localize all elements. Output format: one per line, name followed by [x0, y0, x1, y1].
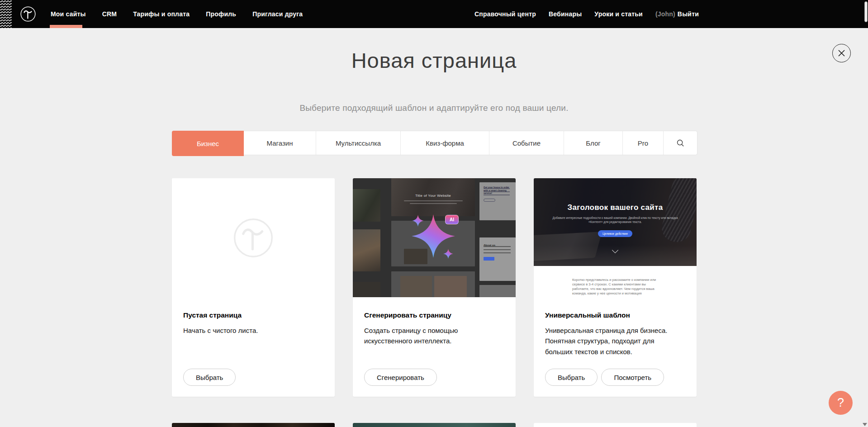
template-thumbnail-partial [172, 423, 335, 427]
nav-item-profile[interactable]: Профиль [206, 10, 236, 18]
card-description: Начать с чистого листа. [183, 325, 321, 336]
hero-title: Заголовок вашего сайта [534, 203, 697, 212]
help-button[interactable]: ? [829, 391, 853, 415]
user-name: (John) [655, 10, 675, 18]
top-navbar: Мои сайты CRM Тарифы и оплата Профиль Пр… [0, 0, 868, 28]
page-subtitle: Выберите подходящий шаблон и адаптируйте… [0, 103, 868, 113]
card-title: Сгенерировать страницу [364, 311, 504, 319]
logout-link[interactable]: Выйти [678, 10, 699, 18]
tab-quiz-form[interactable]: Квиз-форма [401, 131, 489, 155]
blank-page-preview [172, 178, 335, 297]
nav-item-lessons[interactable]: Уроки и статьи [594, 10, 643, 18]
tilda-watermark-icon [232, 217, 275, 259]
generate-button[interactable]: Сгенерировать [364, 369, 437, 386]
view-template-button[interactable]: Посмотреть [601, 369, 664, 386]
template-body-thumbnail: Коротко представьтесь и расскажите о ком… [534, 266, 697, 297]
next-template-row [172, 423, 697, 427]
user-logout: (John) Выйти [655, 10, 699, 18]
card-description: Универсальная страница для бизнеса. Поня… [545, 325, 683, 357]
card-ai-generate: Title of Your Website Get your house in … [353, 178, 516, 397]
ai-generate-preview: Title of Your Website Get your house in … [353, 178, 516, 297]
template-thumbnail-partial [353, 423, 516, 427]
tab-pro[interactable]: Pro [623, 131, 664, 155]
template-thumbnail-partial [534, 423, 697, 427]
template-body-text: Коротко представьтесь и расскажите о ком… [572, 278, 659, 296]
tab-blog[interactable]: Блог [564, 131, 623, 155]
page-title: Новая страница [0, 48, 868, 73]
tab-search[interactable] [664, 131, 697, 155]
card-title: Универсальный шаблон [545, 311, 685, 319]
tab-multilink[interactable]: Мультиссылка [316, 131, 401, 155]
card-universal-template: Заголовок вашего сайта Добавьте интересн… [534, 178, 697, 397]
hero-subtitle: Добавьте интересные подробности о вашей … [546, 216, 684, 224]
tab-event[interactable]: Событие [489, 131, 564, 155]
navbar-secondary-menu: Справочный центр Вебинары Уроки и статьи… [474, 0, 699, 28]
nav-item-tariffs[interactable]: Тарифы и оплата [133, 10, 190, 18]
tab-shop[interactable]: Магазин [244, 131, 316, 155]
universal-template-preview: Заголовок вашего сайта Добавьте интересн… [534, 178, 697, 297]
choose-blank-button[interactable]: Выбрать [183, 369, 236, 386]
template-hero-thumbnail: Заголовок вашего сайта Добавьте интересн… [534, 178, 697, 266]
card-title: Пустая страница [183, 311, 323, 319]
choose-template-button[interactable]: Выбрать [545, 369, 598, 386]
nav-item-invite-friend[interactable]: Пригласи друга [252, 10, 303, 18]
ai-sparkle-icon [353, 178, 516, 297]
template-cards-row: Пустая страница Начать с чистого листа. … [172, 178, 697, 397]
card-description: Создать страницу с помощью искусственног… [364, 325, 502, 346]
chevron-down-icon [612, 247, 618, 253]
search-icon [676, 139, 684, 147]
ai-badge: AI [445, 215, 459, 224]
nav-item-webinars[interactable]: Вебинары [549, 10, 582, 18]
template-category-tabs: Бизнес Магазин Мультиссылка Квиз-форма С… [172, 131, 697, 155]
scrollbar-down-arrow[interactable] [863, 423, 867, 426]
nav-item-crm[interactable]: CRM [102, 10, 117, 18]
card-blank-page: Пустая страница Начать с чистого листа. … [172, 178, 335, 397]
tilda-logo-icon[interactable] [20, 6, 36, 22]
scrollbar-thumb[interactable] [864, 1, 868, 22]
navbar-main-menu: Мои сайты CRM Тарифы и оплата Профиль Пр… [51, 0, 303, 28]
nav-item-my-sites[interactable]: Мои сайты [51, 10, 86, 18]
nav-item-help-center[interactable]: Справочный центр [474, 10, 536, 18]
active-menu-underline [50, 25, 82, 28]
zigzag-pattern [0, 0, 12, 28]
tab-business[interactable]: Бизнес [172, 131, 244, 156]
hero-cta-button: Целевое действие [598, 230, 632, 237]
